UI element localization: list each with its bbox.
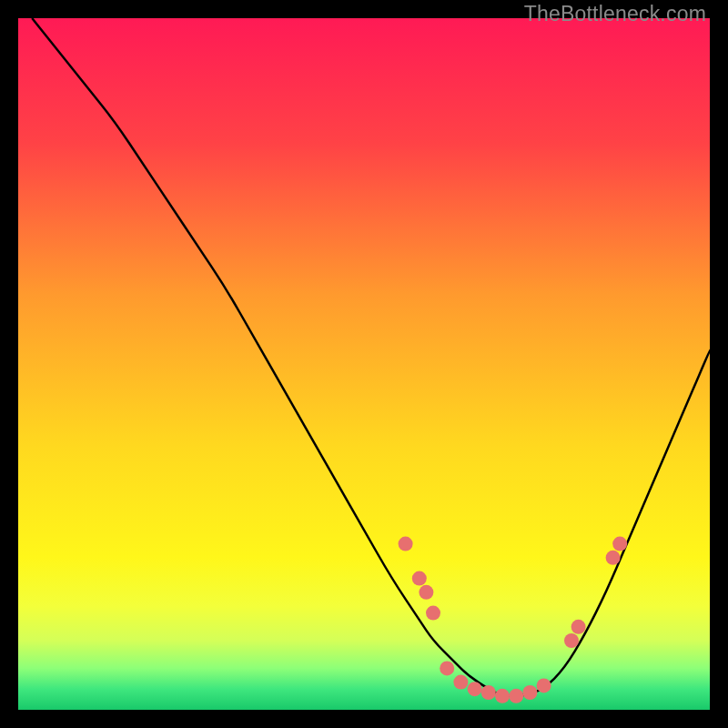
watermark-text: TheBottleneck.com <box>524 2 706 26</box>
marker-point <box>412 571 427 586</box>
marker-point <box>612 537 627 551</box>
marker-point <box>606 551 621 565</box>
marker-point <box>453 675 468 690</box>
marker-point <box>440 661 454 675</box>
curve-layer <box>18 18 710 710</box>
marker-point <box>419 585 433 600</box>
marker-point <box>399 537 413 551</box>
marker-point <box>537 678 551 693</box>
marker-point <box>426 606 440 621</box>
marker-point <box>522 685 537 700</box>
marker-point <box>481 685 496 700</box>
marker-point <box>564 633 579 648</box>
plot-area <box>18 18 710 710</box>
marker-point <box>495 689 510 703</box>
marker-point <box>509 689 523 703</box>
marker-point <box>468 682 482 696</box>
marker-point <box>571 620 586 634</box>
chart-frame: TheBottleneck.com <box>0 0 728 728</box>
bottleneck-curve <box>32 18 710 696</box>
